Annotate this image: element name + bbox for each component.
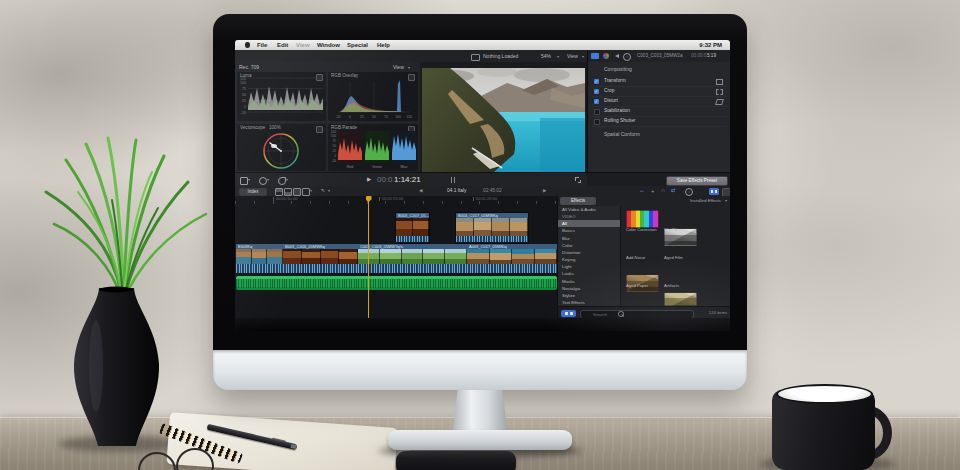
viewer-panel (420, 62, 587, 172)
menu-file[interactable]: File (257, 42, 267, 48)
info-badge-icon[interactable]: i (685, 188, 693, 196)
timeline-clip[interactable]: B003_C006_05MWKq (283, 244, 359, 273)
effect-label: Aged Film (664, 256, 683, 260)
retime-menu-icon[interactable] (278, 177, 286, 185)
category-all[interactable]: All (558, 220, 620, 227)
timeline[interactable]: 00:01:10:00 00:01:15:00 00:01:20:00 B003… (235, 196, 557, 318)
clip-thumbnail (267, 249, 283, 264)
timeline-clip[interactable]: E003Kq (236, 244, 284, 273)
rgb-parade-scope: RGB Parade 120 100 75 50 25 0 -20 (328, 124, 418, 171)
effect-label: Aged Paper (626, 284, 648, 288)
timeline-clip[interactable]: A003_C017_05M80q (467, 244, 557, 273)
effects-browser-icon[interactable] (709, 188, 719, 195)
distort-checkbox[interactable]: ✓ (594, 99, 599, 104)
save-effects-preset-button[interactable]: Save Effects Preset (666, 176, 728, 186)
connected-clip[interactable]: B004_C017_05MWKq (455, 212, 529, 244)
menu-edit[interactable]: Edit (277, 42, 288, 48)
category-all-video-audio[interactable]: All Video & Audio (558, 206, 620, 213)
clip-thumbnail (510, 218, 528, 236)
video-inspector-icon[interactable] (591, 53, 599, 59)
info-inspector-icon[interactable]: i (623, 53, 631, 61)
category-basics[interactable]: Basics (558, 227, 620, 234)
pointer-tool-icon[interactable]: ↖ (321, 188, 325, 193)
category-video-header[interactable]: VIDEO (558, 213, 620, 220)
category-masks[interactable]: Masks (558, 278, 620, 285)
luma-scale: -20 (241, 111, 246, 115)
luma-scale: 50 (242, 93, 246, 97)
clip-audio-waveform (236, 264, 283, 273)
category-blur[interactable]: Blur (558, 235, 620, 242)
menu-window[interactable]: Window (317, 42, 340, 48)
effects-tab[interactable]: Effects (560, 197, 596, 205)
crop-checkbox[interactable]: ✓ (594, 89, 599, 94)
scopes-colorspace-label: Rec. 709 (239, 65, 259, 70)
category-distortion[interactable]: Distortion (558, 249, 620, 256)
clip-menu-icon[interactable] (240, 177, 248, 185)
scopes-view-dropdown[interactable]: View (393, 65, 404, 70)
previous-project-icon[interactable]: ◀ (419, 189, 423, 194)
project-name[interactable]: 04.1 Italy (447, 189, 466, 194)
category-looks[interactable]: Looks (558, 270, 620, 277)
distort-icon[interactable] (715, 99, 724, 105)
transport-timecode-dim: 00:0 (377, 176, 393, 184)
audio-inspector-icon[interactable] (613, 54, 619, 58)
category-color[interactable]: Color (558, 242, 620, 249)
clip-appearance-icon[interactable] (275, 188, 283, 196)
music-track[interactable] (236, 276, 557, 290)
parade-channel-red: Red (347, 165, 354, 169)
clip-appearance-icon[interactable] (293, 188, 301, 196)
timeline-clip[interactable]: C003_C003_05MW7q/a (358, 244, 468, 273)
category-light[interactable]: Light (558, 263, 620, 270)
music-waveform (236, 279, 557, 288)
next-project-icon[interactable]: ▶ (543, 189, 547, 194)
insert-clip-icon[interactable]: + (651, 188, 655, 194)
play-icon[interactable]: ▶ (367, 177, 371, 183)
ruler-label: 00:01:10:00 (273, 197, 297, 201)
append-clip-icon[interactable]: ∩ (661, 188, 665, 194)
category-nostalgia[interactable]: Nostalgia (558, 285, 620, 292)
clip-appearance-icon[interactable] (302, 188, 310, 196)
viewer-view-dropdown[interactable]: View (567, 54, 578, 59)
effect-tile-color-correction[interactable] (626, 210, 659, 228)
clip-thumbnail (236, 249, 252, 264)
effects-filter-icon[interactable] (561, 310, 576, 317)
transform-checkbox[interactable]: ✓ (594, 79, 599, 84)
pause-bar-icon[interactable] (451, 177, 452, 183)
stabilization-checkbox[interactable] (594, 109, 600, 115)
inspector-panel: Compositing ✓ Transform ✓ Crop ✓ Distort… (587, 62, 730, 172)
rolling-shutter-checkbox[interactable] (594, 119, 600, 125)
overwrite-clip-icon[interactable]: ⇄ (671, 188, 676, 194)
effects-category-list: All Video & Audio VIDEO All Basics Blur … (558, 206, 621, 306)
clip-appearance-icon[interactable] (284, 188, 292, 196)
overlay-scale: 75 (384, 115, 388, 119)
pause-bar-icon[interactable] (454, 177, 455, 183)
apple-logo-icon[interactable] (245, 42, 250, 48)
clip-audio-waveform (467, 264, 557, 273)
category-keying[interactable]: Keying (558, 256, 620, 263)
clip-audio-waveform (283, 264, 358, 273)
menu-special[interactable]: Special (347, 42, 368, 48)
playhead[interactable] (368, 196, 369, 318)
color-inspector-icon[interactable] (603, 53, 609, 59)
connect-clip-icon[interactable]: ↔ (639, 188, 645, 194)
fullscreen-icon[interactable] (575, 177, 581, 183)
transform-icon[interactable] (716, 79, 723, 85)
menu-view[interactable]: View (296, 42, 310, 48)
menu-help[interactable]: Help (377, 42, 390, 48)
crop-icon[interactable] (716, 89, 723, 95)
parade-channel-blue: Blue (400, 165, 407, 169)
tools-menu-icon[interactable] (259, 177, 267, 185)
index-button[interactable]: Index (239, 188, 267, 197)
clip-thumbnail (413, 218, 430, 236)
effect-label: Add Noise (626, 256, 645, 260)
clip-thumbnail (402, 249, 424, 264)
row-label: Stabilization (604, 109, 630, 114)
connected-clip[interactable]: B003_C007_05... (395, 212, 430, 244)
category-text-effects[interactable]: Text Effects (558, 299, 620, 306)
installed-effects-dropdown[interactable]: Installed Effects (690, 199, 721, 203)
category-stylize[interactable]: Stylize (558, 292, 620, 299)
inspector-row-rolling-shutter[interactable]: Rolling Shutter (592, 116, 727, 127)
viewer-zoom-dropdown[interactable]: 54% (541, 54, 551, 59)
clip-thumbnail (283, 249, 302, 264)
clip-thumbnail (339, 249, 358, 264)
